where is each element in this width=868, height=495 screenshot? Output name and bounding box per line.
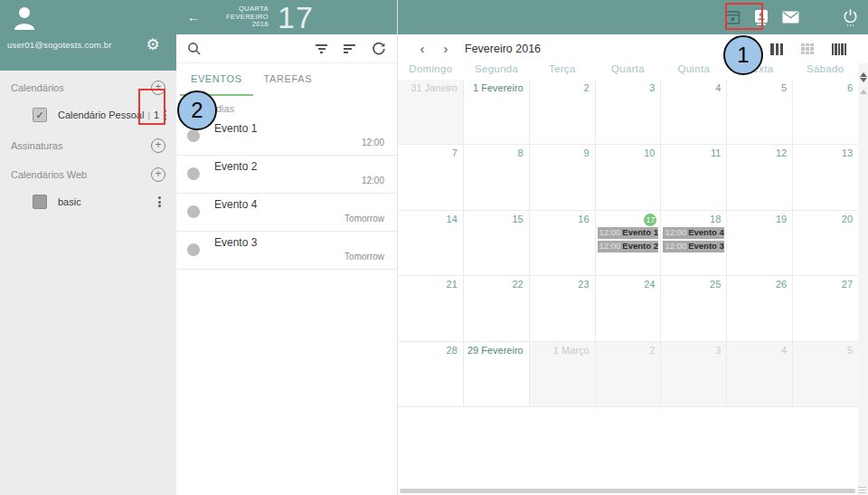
- event-chip[interactable]: 12:00Evento 4: [663, 227, 723, 239]
- sidebar-item-personal-calendar[interactable]: Calendário Pessoal | 1: [0, 101, 176, 129]
- vertical-scrollbar[interactable]: [858, 63, 868, 495]
- calendar-checkbox[interactable]: [33, 108, 47, 122]
- sidebar-section-subscriptions: Assinaturas: [0, 134, 176, 157]
- scroll-down-icon[interactable]: [860, 78, 867, 82]
- day-cell[interactable]: 14: [398, 211, 463, 275]
- week-view-icon[interactable]: [770, 43, 783, 55]
- day-cell[interactable]: 8: [463, 145, 529, 209]
- month-view-icon[interactable]: [801, 43, 814, 55]
- event-list-item[interactable]: Evento 212:00: [176, 156, 397, 194]
- day-cell[interactable]: 27: [792, 276, 858, 340]
- day-cell[interactable]: 21: [398, 276, 463, 340]
- day-cell[interactable]: 5: [726, 80, 792, 144]
- filter-icon[interactable]: [316, 44, 327, 53]
- day-cell[interactable]: 23: [529, 276, 595, 340]
- selected-year: 2016: [252, 20, 269, 28]
- event-title: Evento 1: [214, 122, 384, 136]
- day-number: 12: [729, 147, 792, 160]
- day-cell[interactable]: 31 Janeiro: [398, 80, 463, 144]
- day-cell[interactable]: 2: [595, 342, 661, 406]
- day-cell[interactable]: 4: [726, 342, 792, 406]
- next-month-icon[interactable]: ›: [434, 35, 458, 62]
- day-number: 4: [663, 81, 726, 95]
- search-icon[interactable]: [187, 42, 202, 56]
- day-cell[interactable]: 4: [660, 80, 726, 144]
- sogo-calendar-app: user01@sogotests.com.br Calendários Cale…: [0, 0, 868, 495]
- day-cell[interactable]: 24: [595, 276, 661, 340]
- add-web-calendar-icon[interactable]: [151, 167, 165, 182]
- tab-tasks[interactable]: TAREFAS: [253, 63, 324, 96]
- previous-month-icon[interactable]: ‹: [410, 35, 434, 62]
- event-chip[interactable]: 12:00Evento 2: [598, 241, 658, 252]
- day-cell[interactable]: 13: [792, 145, 858, 209]
- day-cell[interactable]: 1 Fevereiro: [463, 80, 529, 144]
- day-cell[interactable]: 16: [529, 211, 595, 275]
- day-cell[interactable]: 26: [726, 276, 792, 340]
- day-cell[interactable]: 2: [529, 80, 595, 144]
- day-cell[interactable]: 12: [726, 145, 792, 209]
- day-cell[interactable]: 7: [398, 145, 463, 209]
- day-cell[interactable]: 15: [463, 211, 529, 275]
- day-cell[interactable]: 19: [726, 211, 792, 275]
- calendar-menu-icon[interactable]: [154, 193, 165, 212]
- event-chip[interactable]: 12:00Evento 3: [663, 241, 723, 252]
- weekday-header: Sexta: [727, 63, 793, 80]
- month-title: Fevereiro 2016: [465, 43, 541, 55]
- day-cell[interactable]: 11: [660, 145, 726, 209]
- tab-events[interactable]: EVENTOS: [180, 63, 253, 96]
- day-cell[interactable]: 6: [792, 80, 858, 144]
- calendar-name: Calendário Pessoal: [58, 109, 144, 120]
- today-badge: 17: [644, 214, 656, 226]
- event-list-item[interactable]: Evento 3Tomorrow: [176, 232, 397, 270]
- calendar-menu-icon[interactable]: [159, 106, 171, 125]
- day-number: 7: [400, 147, 463, 160]
- week-row: 1415161712:00Evento 112:00Evento 21812:0…: [398, 211, 858, 276]
- day-cell[interactable]: 3: [595, 80, 661, 144]
- module-toolbar: [398, 0, 868, 34]
- gear-icon[interactable]: [144, 36, 162, 54]
- sidebar-item-basic-calendar[interactable]: basic: [0, 188, 176, 215]
- day-view-icon[interactable]: [740, 42, 752, 56]
- day-number: 5: [729, 81, 792, 95]
- event-chip[interactable]: 12:00Evento 1: [598, 227, 658, 239]
- event-chip-title: Evento 3: [688, 241, 724, 251]
- day-cell[interactable]: 1 Março: [529, 342, 595, 406]
- back-arrow-icon[interactable]: [184, 10, 203, 24]
- day-cell[interactable]: 29 Fevereiro: [463, 342, 529, 406]
- day-cell[interactable]: 22: [463, 276, 529, 340]
- event-title: Evento 4: [214, 198, 384, 212]
- day-cell[interactable]: 5: [792, 342, 858, 406]
- event-list-item[interactable]: Evento 4Tomorrow: [176, 194, 397, 232]
- event-chip-title: Evento 1: [622, 227, 658, 237]
- day-cell[interactable]: 3: [660, 342, 726, 406]
- week-row: 31 Janeiro1 Fevereiro23456: [398, 80, 858, 145]
- day-cell[interactable]: 20: [792, 211, 858, 275]
- calendar-module-icon[interactable]: [719, 4, 746, 31]
- multicolumn-view-icon[interactable]: [832, 43, 846, 55]
- sort-icon[interactable]: [344, 44, 355, 53]
- refresh-icon[interactable]: [372, 42, 386, 56]
- sidebar: user01@sogotests.com.br Calendários Cale…: [0, 0, 176, 495]
- horizontal-scrollbar[interactable]: [400, 489, 855, 493]
- add-subscription-icon[interactable]: [151, 138, 165, 153]
- scroll-up-icon[interactable]: [860, 72, 867, 77]
- day-cell[interactable]: 1712:00Evento 112:00Evento 2: [595, 211, 661, 275]
- addressbook-module-icon[interactable]: [748, 4, 775, 31]
- day-number: 1 Março: [532, 344, 595, 357]
- calendar-color-dot-icon: [187, 243, 200, 256]
- day-cell[interactable]: 9: [529, 145, 595, 209]
- day-cell[interactable]: 1812:00Evento 412:00Evento 3: [660, 211, 726, 275]
- power-icon[interactable]: [836, 4, 863, 31]
- add-calendar-icon[interactable]: [151, 81, 165, 95]
- selected-date-label: QUARTA FEVEREIRO 2016: [216, 5, 269, 29]
- day-cell[interactable]: 25: [660, 276, 726, 340]
- day-number: 2: [532, 81, 595, 95]
- calendar-color-swatch[interactable]: [33, 195, 47, 209]
- calendar-color-dot-icon: [187, 129, 200, 142]
- day-cell[interactable]: 10: [595, 145, 661, 209]
- scroll-top-icon[interactable]: [860, 90, 867, 94]
- event-list-item[interactable]: Evento 112:00: [176, 118, 397, 156]
- day-cell[interactable]: 28: [398, 342, 463, 406]
- mail-module-icon[interactable]: [777, 4, 804, 31]
- event-chip-title: Evento 4: [688, 227, 724, 237]
